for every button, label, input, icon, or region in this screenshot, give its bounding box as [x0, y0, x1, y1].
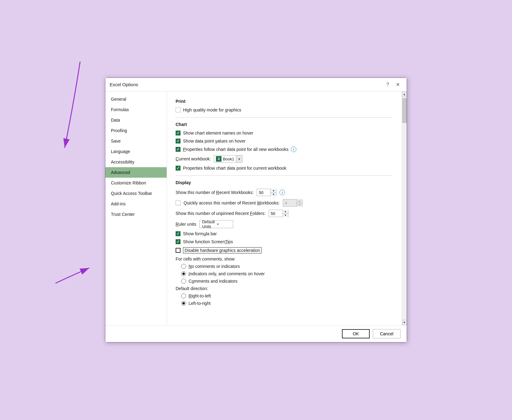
- high-quality-label[interactable]: High quality mode for graphics: [183, 107, 241, 112]
- chart-current-workbook-checkbox[interactable]: [176, 166, 181, 171]
- direction-label-row: Default direction:: [176, 286, 392, 291]
- title-bar-controls: ? ✕: [384, 81, 402, 88]
- dialog-footer: OK Cancel: [105, 325, 407, 342]
- sidebar-item-customize-ribbon[interactable]: Customize Ribbon: [105, 178, 167, 188]
- direction-label: Default direction:: [176, 286, 208, 291]
- direction-radio-1[interactable]: [181, 293, 186, 298]
- chart-option-1: Show chart element names on hover: [176, 131, 392, 135]
- quick-access-label[interactable]: Quickly access this number of Recent Wor…: [184, 200, 280, 205]
- help-button[interactable]: ?: [384, 81, 391, 88]
- sidebar-item-save[interactable]: Save: [105, 136, 167, 146]
- title-bar: Excel Options ? ✕: [105, 78, 407, 91]
- workbook-row: Current workbook: X Book1 ▾: [176, 155, 392, 163]
- comments-option-1-label: No comments or indicators: [189, 264, 240, 269]
- recent-workbooks-spinbox[interactable]: ▲ ▼: [257, 189, 276, 196]
- ruler-row: Ruler units Default Units ▾: [176, 220, 392, 228]
- recent-folders-label: Show this number of unpinned Recent Fold…: [176, 211, 266, 216]
- hw-accel-checkbox[interactable]: [176, 248, 181, 253]
- formula-bar-checkbox[interactable]: [176, 231, 181, 236]
- quick-access-checkbox[interactable]: [176, 200, 181, 205]
- comments-option-3[interactable]: Comments and indicators: [181, 279, 392, 284]
- cancel-button[interactable]: Cancel: [373, 329, 400, 338]
- quick-access-down: ▼: [297, 203, 302, 207]
- sidebar-item-quick-access-toolbar[interactable]: Quick Access Toolbar: [105, 188, 167, 199]
- recent-folders-up[interactable]: ▲: [283, 210, 288, 214]
- sidebar-item-language[interactable]: Language: [105, 146, 167, 157]
- recent-workbooks-up[interactable]: ▲: [271, 189, 276, 193]
- recent-folders-row: Show this number of unpinned Recent Fold…: [176, 210, 392, 217]
- scroll-down-button[interactable]: ▼: [402, 320, 407, 325]
- comments-option-1[interactable]: No comments or indicators: [181, 264, 392, 269]
- comments-options: No comments or indicators Indicators onl…: [176, 264, 392, 284]
- screentips-checkbox[interactable]: [176, 239, 181, 244]
- recent-folders-down[interactable]: ▼: [283, 214, 288, 217]
- recent-folders-spinbox[interactable]: ▲ ▼: [269, 210, 288, 217]
- sidebar-item-add-ins[interactable]: Add-ins: [105, 199, 167, 209]
- high-quality-checkbox[interactable]: [176, 107, 181, 112]
- sidebar-item-trust-center[interactable]: Trust Center: [105, 209, 167, 220]
- hw-accel-label[interactable]: Disable hardware graphics acceleration: [183, 247, 262, 253]
- comments-label: For cells with comments, show:: [176, 256, 236, 261]
- excel-options-dialog: Excel Options ? ✕ General Formulas Data …: [105, 78, 407, 342]
- screentips-row: Show function ScreenTips: [176, 239, 392, 244]
- scrollbar: ▲ ▼: [402, 91, 407, 325]
- recent-workbooks-input[interactable]: [257, 189, 270, 196]
- sidebar-item-data[interactable]: Data: [105, 115, 167, 125]
- direction-radio-2[interactable]: [181, 301, 186, 306]
- dialog-body: General Formulas Data Proofing Save Lang…: [105, 91, 407, 325]
- chart-info-icon[interactable]: i: [291, 147, 296, 152]
- recent-folders-input[interactable]: [269, 210, 282, 217]
- sidebar-item-general[interactable]: General: [105, 94, 167, 104]
- sidebar-item-advanced[interactable]: Advanced: [105, 167, 167, 178]
- chart-values-checkbox[interactable]: [176, 139, 181, 143]
- direction-options: Right-to-left Left-to-right: [176, 293, 392, 306]
- comments-radio-2-inner: [182, 273, 185, 275]
- chart-current-workbook-label[interactable]: Properties follow chart data point for c…: [183, 166, 286, 171]
- sidebar-item-accessibility[interactable]: Accessibility: [105, 157, 167, 167]
- chart-properties-label[interactable]: Properties follow chart data point for a…: [183, 147, 288, 152]
- formula-bar-label[interactable]: Show formula bar: [183, 231, 217, 236]
- workbook-dropdown[interactable]: X Book1 ▾: [214, 155, 242, 163]
- comments-option-2[interactable]: Indicators only, and comments on hover: [181, 271, 392, 276]
- chart-option-2: Show data point values on hover: [176, 139, 392, 143]
- workbook-value: Book1: [223, 157, 234, 161]
- chart-section-title: Chart: [176, 122, 392, 127]
- scroll-track[interactable]: [402, 97, 407, 320]
- sidebar: General Formulas Data Proofing Save Lang…: [105, 91, 167, 325]
- comments-radio-3[interactable]: [181, 279, 186, 284]
- comments-radio-1[interactable]: [181, 264, 186, 269]
- sidebar-item-proofing[interactable]: Proofing: [105, 125, 167, 136]
- close-button[interactable]: ✕: [394, 81, 402, 88]
- recent-workbooks-info[interactable]: i: [279, 190, 285, 195]
- scroll-up-button[interactable]: ▲: [402, 91, 407, 97]
- print-option-row: High quality mode for graphics: [176, 107, 392, 112]
- chart-option-4: Properties follow chart data point for c…: [176, 166, 392, 171]
- recent-workbooks-down[interactable]: ▼: [271, 193, 276, 196]
- comments-option-2-label: Indicators only, and comments on hover: [189, 271, 265, 276]
- workbook-dropdown-arrow[interactable]: ▾: [236, 155, 242, 162]
- chart-names-checkbox[interactable]: [176, 131, 181, 135]
- direction-option-1-label: Right-to-left: [189, 293, 211, 298]
- divider-2: [176, 176, 392, 176]
- ruler-value: Default Units: [202, 220, 215, 229]
- display-section-title: Display: [176, 180, 392, 185]
- ruler-label: Ruler units: [176, 222, 196, 227]
- comments-option-3-label: Comments and indicators: [189, 279, 238, 284]
- workbook-label: Current workbook:: [176, 156, 211, 161]
- ruler-dropdown[interactable]: Default Units ▾: [199, 220, 233, 228]
- direction-option-2[interactable]: Left-to-right: [181, 301, 392, 306]
- quick-access-row: Quickly access this number of Recent Wor…: [176, 199, 392, 207]
- chart-names-label[interactable]: Show chart element names on hover: [183, 131, 253, 135]
- chart-properties-checkbox[interactable]: [176, 147, 181, 152]
- screentips-label[interactable]: Show function ScreenTips: [183, 239, 233, 244]
- scroll-thumb[interactable]: [402, 98, 407, 123]
- print-section-title: Print: [176, 99, 392, 104]
- ok-button[interactable]: OK: [342, 329, 370, 338]
- quick-access-input: [283, 200, 297, 206]
- comments-radio-2[interactable]: [181, 271, 186, 276]
- direction-option-1[interactable]: Right-to-left: [181, 293, 392, 298]
- chart-values-label[interactable]: Show data point values on hover: [183, 139, 246, 143]
- direction-option-2-label: Left-to-right: [189, 301, 211, 306]
- quick-access-up: ▲: [297, 199, 302, 203]
- sidebar-item-formulas[interactable]: Formulas: [105, 104, 167, 115]
